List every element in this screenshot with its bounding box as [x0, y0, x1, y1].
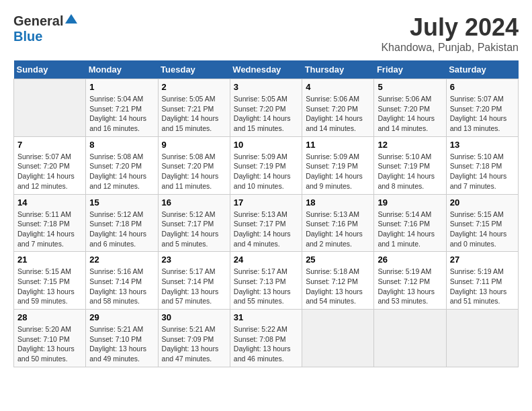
- calendar-cell: 17Sunrise: 5:13 AMSunset: 7:17 PMDayligh…: [230, 194, 302, 252]
- day-info: Sunrise: 5:12 AMSunset: 7:17 PMDaylight:…: [162, 210, 226, 249]
- calendar-cell: 18Sunrise: 5:13 AMSunset: 7:16 PMDayligh…: [302, 194, 374, 252]
- calendar-cell: 30Sunrise: 5:21 AMSunset: 7:09 PMDayligh…: [158, 310, 230, 367]
- calendar-cell: 8Sunrise: 5:08 AMSunset: 7:20 PMDaylight…: [86, 136, 158, 194]
- calendar-cell: 13Sunrise: 5:10 AMSunset: 7:18 PMDayligh…: [446, 136, 518, 194]
- day-number: 9: [162, 140, 226, 150]
- calendar-cell: 3Sunrise: 5:05 AMSunset: 7:20 PMDaylight…: [230, 79, 302, 137]
- calendar-table: SundayMondayTuesdayWednesdayThursdayFrid…: [13, 60, 519, 367]
- day-number: 1: [89, 82, 154, 92]
- day-number: 14: [17, 197, 82, 208]
- day-info: Sunrise: 5:05 AMSunset: 7:20 PMDaylight:…: [234, 94, 298, 134]
- logo-blue-text: Blue: [13, 29, 42, 44]
- day-number: 24: [234, 255, 298, 265]
- header-thursday: Thursday: [302, 60, 374, 79]
- day-number: 29: [89, 312, 154, 322]
- day-number: 3: [234, 82, 298, 92]
- header-monday: Monday: [86, 60, 158, 79]
- calendar-cell: 15Sunrise: 5:12 AMSunset: 7:18 PMDayligh…: [86, 194, 158, 252]
- header-friday: Friday: [374, 60, 446, 79]
- day-info: Sunrise: 5:08 AMSunset: 7:20 PMDaylight:…: [162, 152, 226, 191]
- day-number: 30: [162, 312, 226, 322]
- calendar-week-row: 7Sunrise: 5:07 AMSunset: 7:20 PMDaylight…: [14, 136, 519, 194]
- day-number: 19: [378, 197, 442, 208]
- day-number: 21: [17, 255, 82, 265]
- calendar-cell: [374, 310, 446, 367]
- day-number: 7: [17, 140, 82, 150]
- day-info: Sunrise: 5:18 AMSunset: 7:12 PMDaylight:…: [306, 267, 370, 306]
- day-number: 10: [234, 140, 298, 150]
- calendar-week-row: 1Sunrise: 5:04 AMSunset: 7:21 PMDaylight…: [14, 79, 519, 137]
- calendar-cell: 9Sunrise: 5:08 AMSunset: 7:20 PMDaylight…: [158, 136, 230, 194]
- day-info: Sunrise: 5:13 AMSunset: 7:16 PMDaylight:…: [306, 210, 370, 249]
- calendar-cell: 20Sunrise: 5:15 AMSunset: 7:15 PMDayligh…: [446, 194, 518, 252]
- day-info: Sunrise: 5:10 AMSunset: 7:18 PMDaylight:…: [450, 152, 515, 191]
- day-info: Sunrise: 5:09 AMSunset: 7:19 PMDaylight:…: [306, 152, 370, 191]
- day-info: Sunrise: 5:09 AMSunset: 7:19 PMDaylight:…: [234, 152, 298, 191]
- day-number: 8: [89, 140, 154, 150]
- calendar-week-row: 21Sunrise: 5:15 AMSunset: 7:15 PMDayligh…: [14, 252, 519, 310]
- calendar-cell: 19Sunrise: 5:14 AMSunset: 7:16 PMDayligh…: [374, 194, 446, 252]
- day-info: Sunrise: 5:07 AMSunset: 7:20 PMDaylight:…: [450, 94, 515, 134]
- calendar-cell: 28Sunrise: 5:20 AMSunset: 7:10 PMDayligh…: [14, 310, 86, 367]
- calendar-cell: 4Sunrise: 5:06 AMSunset: 7:20 PMDaylight…: [302, 79, 374, 137]
- day-info: Sunrise: 5:15 AMSunset: 7:15 PMDaylight:…: [17, 267, 82, 306]
- location-subtitle: Khandowa, Punjab, Pakistan: [381, 42, 519, 54]
- calendar-cell: 14Sunrise: 5:11 AMSunset: 7:18 PMDayligh…: [14, 194, 86, 252]
- calendar-cell: 7Sunrise: 5:07 AMSunset: 7:20 PMDaylight…: [14, 136, 86, 194]
- calendar-cell: 1Sunrise: 5:04 AMSunset: 7:21 PMDaylight…: [86, 79, 158, 137]
- day-number: 17: [234, 197, 298, 208]
- day-number: 22: [89, 255, 154, 265]
- header-wednesday: Wednesday: [230, 60, 302, 79]
- calendar-cell: 2Sunrise: 5:05 AMSunset: 7:21 PMDaylight…: [158, 79, 230, 137]
- month-year-title: July 2024: [381, 13, 519, 42]
- day-number: 20: [450, 197, 515, 208]
- day-info: Sunrise: 5:17 AMSunset: 7:14 PMDaylight:…: [162, 267, 226, 306]
- title-area: July 2024 Khandowa, Punjab, Pakistan: [381, 13, 519, 54]
- calendar-cell: 22Sunrise: 5:16 AMSunset: 7:14 PMDayligh…: [86, 252, 158, 310]
- day-info: Sunrise: 5:20 AMSunset: 7:10 PMDaylight:…: [17, 324, 82, 364]
- day-number: 11: [306, 140, 370, 150]
- day-info: Sunrise: 5:14 AMSunset: 7:16 PMDaylight:…: [378, 210, 442, 249]
- day-number: 12: [378, 140, 442, 150]
- day-info: Sunrise: 5:12 AMSunset: 7:18 PMDaylight:…: [89, 210, 154, 249]
- day-number: 28: [17, 312, 82, 322]
- day-number: 26: [378, 255, 442, 265]
- calendar-week-row: 28Sunrise: 5:20 AMSunset: 7:10 PMDayligh…: [14, 310, 519, 367]
- calendar-cell: 10Sunrise: 5:09 AMSunset: 7:19 PMDayligh…: [230, 136, 302, 194]
- calendar-cell: 31Sunrise: 5:22 AMSunset: 7:08 PMDayligh…: [230, 310, 302, 367]
- day-info: Sunrise: 5:19 AMSunset: 7:12 PMDaylight:…: [378, 267, 442, 306]
- logo-triangle-icon: [65, 13, 77, 28]
- calendar-cell: 16Sunrise: 5:12 AMSunset: 7:17 PMDayligh…: [158, 194, 230, 252]
- logo: General Blue: [13, 13, 77, 44]
- calendar-cell: 26Sunrise: 5:19 AMSunset: 7:12 PMDayligh…: [374, 252, 446, 310]
- logo-general-text: General: [13, 13, 63, 29]
- day-number: 25: [306, 255, 370, 265]
- day-info: Sunrise: 5:08 AMSunset: 7:20 PMDaylight:…: [89, 152, 154, 191]
- calendar-cell: 27Sunrise: 5:19 AMSunset: 7:11 PMDayligh…: [446, 252, 518, 310]
- calendar-cell: 21Sunrise: 5:15 AMSunset: 7:15 PMDayligh…: [14, 252, 86, 310]
- calendar-cell: 24Sunrise: 5:17 AMSunset: 7:13 PMDayligh…: [230, 252, 302, 310]
- calendar-header-row: SundayMondayTuesdayWednesdayThursdayFrid…: [14, 60, 519, 79]
- day-info: Sunrise: 5:07 AMSunset: 7:20 PMDaylight:…: [17, 152, 82, 191]
- day-number: 23: [162, 255, 226, 265]
- header-saturday: Saturday: [446, 60, 518, 79]
- svg-marker-0: [65, 14, 77, 24]
- calendar-week-row: 14Sunrise: 5:11 AMSunset: 7:18 PMDayligh…: [14, 194, 519, 252]
- header-tuesday: Tuesday: [158, 60, 230, 79]
- day-info: Sunrise: 5:04 AMSunset: 7:21 PMDaylight:…: [89, 94, 154, 134]
- day-info: Sunrise: 5:11 AMSunset: 7:18 PMDaylight:…: [17, 210, 82, 249]
- day-info: Sunrise: 5:13 AMSunset: 7:17 PMDaylight:…: [234, 210, 298, 249]
- calendar-cell: 11Sunrise: 5:09 AMSunset: 7:19 PMDayligh…: [302, 136, 374, 194]
- day-info: Sunrise: 5:05 AMSunset: 7:21 PMDaylight:…: [162, 94, 226, 134]
- day-info: Sunrise: 5:17 AMSunset: 7:13 PMDaylight:…: [234, 267, 298, 306]
- day-number: 16: [162, 197, 226, 208]
- day-number: 6: [450, 82, 515, 92]
- day-info: Sunrise: 5:22 AMSunset: 7:08 PMDaylight:…: [234, 324, 298, 364]
- header-sunday: Sunday: [14, 60, 86, 79]
- calendar-cell: 29Sunrise: 5:21 AMSunset: 7:10 PMDayligh…: [86, 310, 158, 367]
- calendar-cell: 23Sunrise: 5:17 AMSunset: 7:14 PMDayligh…: [158, 252, 230, 310]
- calendar-cell: 5Sunrise: 5:06 AMSunset: 7:20 PMDaylight…: [374, 79, 446, 137]
- calendar-cell: 6Sunrise: 5:07 AMSunset: 7:20 PMDaylight…: [446, 79, 518, 137]
- day-number: 18: [306, 197, 370, 208]
- day-info: Sunrise: 5:19 AMSunset: 7:11 PMDaylight:…: [450, 267, 515, 306]
